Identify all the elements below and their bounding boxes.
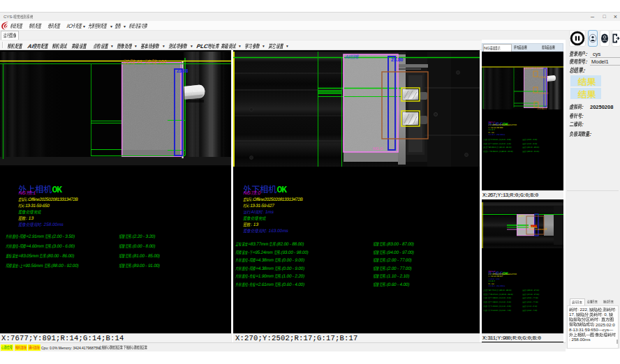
center-pixel-status: X:270;Y:2502;R:17;G:17;B:17 (233, 333, 480, 342)
toolbar-item-plc-address[interactable]: PLC (196, 43, 219, 50)
measurement-row: -=90.56mm :(88.00 - 92.00) (6, 263, 79, 268)
app-window: CYS- – □ × IO ▾ ▾ ▾ AI ▾ ▾ ▾ ▾ PLC ▾ ▾ ▾… (0, 0, 620, 364)
alarm-range: :(2.00 - 77.00) (373, 266, 412, 271)
center-camera-image[interactable] (233, 52, 480, 167)
menu-item-comm-config[interactable] (47, 23, 61, 29)
minimize-button[interactable]: – (587, 13, 598, 21)
dropdown-arrow-icon: ▾ (163, 44, 165, 48)
alarm-range: :(83.00 - 87.00) (373, 241, 415, 246)
total-result-label: : (569, 67, 586, 74)
menu-item-view[interactable] (115, 23, 121, 29)
menu-item-language-switch[interactable] (128, 23, 148, 29)
dropdown-arrow-icon: ▾ (191, 44, 193, 48)
toolbar-grip (2, 42, 3, 48)
model-label: : (569, 59, 588, 65)
pixel-status-text: X:7677;Y:891;R:14;G:14;B:14 (1, 334, 124, 342)
measurement-row: =83.77mm :(82.00 - 88.00) (235, 241, 304, 246)
tab-run-image[interactable] (1, 31, 19, 40)
toolbar-item-spot-check[interactable] (93, 43, 109, 50)
switch-user-button[interactable] (600, 30, 610, 47)
toolbar-item-adv-debug[interactable] (221, 43, 237, 50)
ai-box-label: AI (345, 54, 360, 59)
width-measure-label: 23.80 (391, 57, 404, 62)
left-camera-image[interactable] (0, 52, 232, 167)
alarm-range: :(94.00 - 97.00) (522, 294, 540, 296)
center-camera-panel: AI 23.80 NG:0 OK NG:0 :Offline2025020813… (233, 50, 480, 342)
measurement-row: -=2.91mm :(2.00 - 3.50) (483, 139, 511, 141)
process-done-line (18, 209, 42, 214)
menu-item-light-config[interactable] (88, 23, 108, 29)
dropdown-arrow-icon: ▾ (83, 24, 85, 29)
comm-connect-badge (28, 344, 40, 351)
toolbar-item-camera-config[interactable] (7, 43, 23, 50)
virtual-code-line: :Offline2025020813313472B (488, 123, 517, 126)
maximize-button[interactable]: □ (599, 13, 610, 21)
tab-run-log[interactable] (570, 298, 585, 305)
alarm-range: :(0.00 - 8.00) (119, 243, 156, 248)
left-pixel-status: X:7677;Y:891;R:14;G:14;B:14 (0, 333, 231, 342)
time-line: :13-31-59-650 (18, 203, 50, 208)
menu-item-camera-config[interactable] (29, 23, 42, 29)
close-button[interactable]: × (610, 13, 620, 21)
result-text (577, 77, 596, 87)
log-area[interactable]: : 222, : 17, : 0, : 2025:02:08-13:31:59:… (567, 305, 619, 349)
scrollbar-thumb[interactable] (617, 340, 618, 344)
dropdown-arrow-icon: ▾ (111, 44, 113, 48)
alarm-range: :(83.00 - 87.00) (522, 289, 540, 291)
toolbar-item-learn-params[interactable] (244, 43, 260, 50)
alarm-range: :(0.60 - 4.00) (522, 310, 538, 312)
process-done-line (243, 215, 267, 220)
model-value: Model1 (591, 59, 609, 65)
tab-ng-image[interactable]: NG (483, 44, 512, 52)
camera-connect-badge (15, 344, 27, 351)
pause-button[interactable] (569, 30, 586, 47)
login-user-label: : (569, 51, 588, 57)
tab-capture-image[interactable] (542, 44, 568, 52)
alarm-range: :(89.00 - 91.00) (522, 151, 540, 153)
menu-item-system-config[interactable] (10, 23, 23, 29)
tab-all-images[interactable] (514, 44, 540, 52)
capture-image-panel[interactable]: AI NG =0.00mm OK NG:0 :Offline2025020813… (482, 199, 563, 342)
toolbar-item-advanced-set[interactable] (71, 43, 87, 50)
measurement-row: -=2.61mm :(0.60 - 4.00) (235, 282, 305, 287)
alarm-range: :(2.20 - 3.20) (522, 139, 538, 141)
threshold-label: :93, :100 (123, 59, 167, 64)
alarm-range: :(2.00 - 77.00) (373, 257, 412, 262)
tab-setting-log[interactable] (586, 298, 601, 305)
tab-strip (0, 31, 566, 40)
capture-thumb-pixel-status: X:311;Y:980;R:0;G:0;B:0 (482, 333, 563, 342)
measurement-row: -=2.61mm :(0.60 - 4.00) (483, 310, 511, 312)
toolbar-item-camera-debug[interactable] (52, 43, 68, 50)
toolbar: AI ▾ ▾ ▾ ▾ PLC ▾ ▾ ▾ (0, 40, 482, 50)
pause-icon (570, 31, 585, 46)
ai-box-label: AI (518, 215, 524, 218)
process-time-line: : 163.00ms (243, 228, 288, 233)
measurement-row: -=95.24mm :(93.00 - 98.00) (235, 250, 309, 255)
virtual-code-label: : (569, 104, 584, 110)
window-titlebar: CYS- – □ × (0, 12, 620, 21)
toolbar-item-ai-config[interactable]: AI (27, 43, 49, 50)
field-underline (590, 65, 620, 66)
pixel-status-text: X:267;Y:13;R:0;G:0;B:0 (482, 192, 538, 198)
alarm-range: :(1.10 - 2.10) (373, 273, 410, 278)
ng-image-panel[interactable]: :93, :100 13.48 A=1.0 13.48 A=1.0 13.48 … (482, 52, 563, 199)
ng-count-label: NG:1 (18, 190, 36, 195)
toolbar-item-image-process[interactable] (117, 43, 133, 50)
toolbar-item-baseline[interactable] (140, 43, 160, 50)
toolbar-item-other-set[interactable] (268, 43, 284, 50)
alarm-range: :(2.00 - 77.00) (522, 301, 538, 303)
tab-error-log[interactable] (602, 298, 617, 305)
dropdown-arrow-icon: ▾ (135, 44, 137, 48)
result-box-2 (570, 88, 601, 99)
dropdown-arrow-icon: ▾ (124, 24, 126, 29)
dropdown-arrow-icon: ▾ (110, 24, 112, 29)
login-user-value: cys (593, 51, 600, 57)
exit-button[interactable] (612, 30, 620, 47)
toolbar-item-test-params[interactable] (168, 43, 188, 50)
virtual-code-line: :Offline2025020813313472B (18, 197, 78, 202)
menu-item-io-card-config[interactable]: IO (66, 23, 82, 29)
virtual-code-value: 20250208 (590, 104, 613, 110)
login-user-button[interactable] (588, 30, 598, 47)
width-measure-label: 23.88 (177, 68, 188, 73)
measurement-row: -=1.90mm :(1.00 - 2.20) (235, 273, 305, 278)
